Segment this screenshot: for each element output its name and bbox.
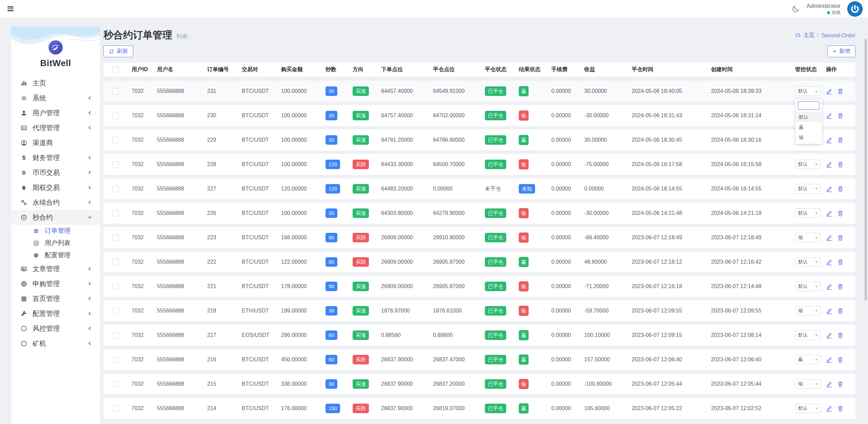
row-checkbox[interactable] [112, 113, 119, 119]
row-checkbox[interactable] [112, 283, 119, 290]
add-button[interactable]: + 新增 [827, 45, 855, 57]
sidebar-item[interactable]: 系统 [11, 90, 100, 105]
dropdown-option[interactable]: 赢 [795, 122, 822, 132]
edit-button[interactable] [826, 259, 832, 265]
sidebar-subitem[interactable]: 配置管理 [11, 249, 100, 261]
control-status-select[interactable]: 默认默认赢输 [795, 86, 821, 96]
sidebar-item[interactable]: 主页 [11, 76, 100, 90]
delete-button[interactable] [837, 235, 844, 241]
sidebar-item[interactable]: B币币交易 [11, 165, 100, 180]
control-status-select[interactable]: 默认 [795, 404, 821, 413]
direction-badge: 买涨 [353, 379, 369, 388]
sidebar-item[interactable]: 矿机 [11, 336, 100, 351]
hamburger-menu-icon[interactable] [5, 4, 16, 14]
table-row: 7032555666888218ETH/USDT199.0000030买涨187… [103, 300, 855, 321]
user-circle-icon [20, 140, 27, 146]
edit-button[interactable] [826, 235, 832, 241]
edit-button[interactable] [826, 405, 832, 412]
edit-button[interactable] [826, 308, 832, 314]
edit-button[interactable] [826, 113, 832, 119]
cell-pair: BTC/USDT [242, 259, 281, 265]
sidebar-item[interactable]: 渠道商 [11, 135, 100, 150]
sidebar-item[interactable]: ฿期权交易 [11, 180, 100, 195]
delete-button[interactable] [837, 210, 844, 217]
address-book-icon [32, 240, 40, 246]
delete-button[interactable] [837, 308, 844, 314]
control-status-select[interactable]: 默认 [795, 208, 821, 218]
control-dropdown-search-input[interactable] [798, 101, 820, 110]
vertical-scrollbar[interactable] [865, 39, 867, 301]
delete-button[interactable] [837, 283, 844, 290]
control-status-select[interactable]: 默认 [795, 257, 821, 267]
cell-profit: 0.00000 [584, 186, 632, 192]
breadcrumb-home-link[interactable]: 主页 [804, 32, 814, 39]
delete-button[interactable] [837, 405, 844, 412]
dark-mode-moon-icon[interactable] [792, 5, 800, 13]
delete-button[interactable] [837, 137, 844, 143]
row-checkbox[interactable] [112, 186, 119, 192]
dropdown-option[interactable]: 输 [795, 132, 822, 142]
row-checkbox[interactable] [112, 332, 119, 339]
row-checkbox[interactable] [112, 357, 119, 363]
result-status-badge: 赢 [519, 403, 529, 413]
row-checkbox[interactable] [112, 259, 119, 265]
row-checkbox[interactable] [112, 235, 119, 241]
refresh-button[interactable]: 刷新 [103, 45, 133, 57]
control-status-select[interactable]: 输 [795, 306, 821, 316]
sidebar-item[interactable]: $财务管理 [11, 150, 100, 165]
row-checkbox[interactable] [112, 405, 119, 412]
delete-button[interactable] [837, 259, 844, 265]
edit-button[interactable] [826, 332, 832, 339]
control-status-select[interactable]: 输 [795, 233, 821, 242]
delete-button[interactable] [837, 161, 844, 168]
table-row: 7032555666888214BTC/USDT176.00000150买跌26… [103, 398, 855, 419]
cell-close-time: 2024-05-06 18:31:43 [632, 113, 711, 119]
sidebar-subitem[interactable]: 订单管理 [11, 225, 100, 237]
control-status-select[interactable]: 默认 [795, 330, 821, 340]
sidebar-item[interactable]: 用户管理 [11, 105, 100, 120]
edit-button[interactable] [826, 283, 832, 290]
row-checkbox[interactable] [112, 137, 119, 143]
cell-create-time: 2024-05-06 16:14:55 [711, 186, 795, 192]
row-checkbox[interactable] [112, 308, 119, 314]
sidebar-item[interactable]: 代理管理 [11, 120, 100, 135]
sidebar-item[interactable]: 秒合约 [11, 210, 100, 225]
edit-button[interactable] [826, 161, 832, 168]
sidebar-item[interactable]: 文章管理 [11, 261, 100, 276]
cell-close-time: 2023-06-07 12:16:18 [632, 283, 711, 289]
sidebar-subitem[interactable]: 用户列表 [11, 237, 100, 249]
delete-button[interactable] [837, 357, 844, 363]
edit-button[interactable] [826, 381, 832, 387]
control-status-select[interactable]: 默认 [795, 160, 821, 169]
edit-button[interactable] [826, 210, 832, 217]
cell-order-no: 226 [207, 210, 242, 216]
control-status-select[interactable]: 赢 [795, 355, 821, 364]
sidebar-item[interactable]: 永续合约 [11, 195, 100, 210]
sidebar-item[interactable]: 申购管理 [11, 276, 100, 291]
control-status-select[interactable]: 默认 [795, 282, 821, 291]
sidebar-item[interactable]: 配置管理 [11, 306, 100, 321]
row-checkbox[interactable] [112, 88, 119, 95]
sidebar-item[interactable]: 首页管理 [11, 291, 100, 306]
row-checkbox[interactable] [112, 381, 119, 387]
edit-button[interactable] [826, 88, 832, 95]
edit-button[interactable] [826, 186, 832, 192]
avatar[interactable] [847, 1, 863, 17]
control-status-select[interactable]: 输 [795, 379, 821, 389]
wrench-icon [20, 310, 27, 317]
select-all-checkbox[interactable] [112, 66, 119, 73]
delete-button[interactable] [837, 88, 844, 95]
delete-button[interactable] [837, 381, 844, 387]
control-status-select[interactable]: 默认 [795, 184, 821, 194]
dropdown-option[interactable]: 默认 [795, 112, 822, 122]
edit-button[interactable] [826, 357, 832, 363]
cell-order-no: 221 [207, 283, 242, 289]
delete-button[interactable] [837, 332, 844, 339]
delete-button[interactable] [837, 113, 844, 119]
delete-button[interactable] [837, 186, 844, 192]
breadcrumb-current-link[interactable]: Second-Order [822, 33, 856, 39]
row-checkbox[interactable] [112, 161, 119, 168]
row-checkbox[interactable] [112, 210, 119, 217]
sidebar-item[interactable]: 风控管理 [11, 321, 100, 336]
edit-button[interactable] [826, 137, 832, 143]
